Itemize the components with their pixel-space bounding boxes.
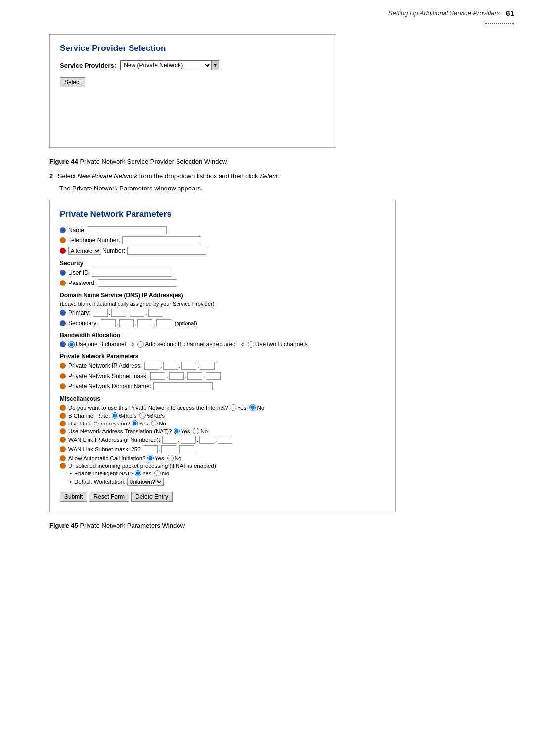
misc-title: Miscellaneous: [60, 395, 385, 402]
alternate-type-select[interactable]: Alternate None: [68, 247, 101, 255]
security-title: Security: [60, 260, 385, 267]
bchannel-label: B Channel Rate:: [68, 413, 110, 419]
bchannel-64-radio[interactable]: [112, 412, 118, 419]
bchannel-64-label: 64Kb/s: [112, 412, 137, 419]
wan-subnet-oct2[interactable]: [143, 445, 158, 453]
internet-access-yes-radio[interactable]: [230, 404, 236, 411]
pnsm-oct3[interactable]: [187, 372, 202, 380]
pnip-oct1[interactable]: [144, 362, 159, 370]
bandwidth-radio-2[interactable]: [137, 341, 144, 348]
wan-ip-oct2[interactable]: [181, 436, 196, 444]
dns-primary-oct4[interactable]: [148, 309, 163, 317]
default-workstation-select[interactable]: Unknown?: [127, 478, 164, 486]
pnip-row: Private Network IP Address: . . .: [60, 362, 385, 370]
pnsm-oct1[interactable]: [150, 372, 165, 380]
auto-call-yes-text: Yes: [155, 455, 164, 461]
bandwidth-radio-3[interactable]: [248, 341, 254, 348]
internet-access-label: Do you want to use this Private Network …: [68, 405, 228, 411]
dns-secondary-oct4[interactable]: [156, 319, 171, 327]
bchannel-64-text: 64Kb/s: [119, 413, 137, 419]
auto-call-no-radio[interactable]: [167, 455, 174, 461]
pnip-oct2[interactable]: [163, 362, 178, 370]
dns-primary-ip: . . .: [92, 309, 164, 317]
wan-subnet-oct4[interactable]: [179, 445, 194, 453]
page-number: 61: [506, 9, 514, 17]
nat-no-radio[interactable]: [193, 428, 199, 434]
form-buttons: Submit Reset Form Delete Entry: [60, 492, 385, 502]
userid-row: User ID:: [60, 269, 385, 277]
dns-subtitle: (Leave blank if automatically assigned b…: [60, 301, 385, 307]
pnp-panel-title: Private Network Parameters: [60, 209, 385, 219]
dns-secondary-oct3[interactable]: [137, 319, 152, 327]
select-button[interactable]: Select: [60, 77, 85, 87]
reset-button[interactable]: Reset Form: [89, 492, 129, 502]
wan-subnet-bullet: [60, 446, 66, 452]
auto-call-yes-radio[interactable]: [147, 455, 154, 461]
pndn-input[interactable]: [153, 382, 213, 390]
pnip-oct4[interactable]: [200, 362, 215, 370]
intelligent-nat-label: Enable intelligent NAT?: [74, 471, 133, 476]
submit-button[interactable]: Submit: [60, 492, 87, 502]
compression-no-label: No: [151, 420, 166, 426]
dns-primary-oct3[interactable]: [130, 309, 144, 317]
internet-access-no-radio[interactable]: [249, 404, 256, 411]
dns-primary-oct2[interactable]: [111, 309, 126, 317]
wan-ip-oct3[interactable]: [199, 436, 214, 444]
dns-secondary-oct2[interactable]: [119, 319, 134, 327]
wan-ip-oct4[interactable]: [218, 436, 232, 444]
wan-ip-oct1[interactable]: [162, 436, 177, 444]
intelligent-nat-no-radio[interactable]: [154, 470, 161, 476]
pnsm-oct4[interactable]: [206, 372, 221, 380]
step2-text: 2 Select New Private Network from the dr…: [49, 172, 494, 180]
bandwidth-opt1: Use one B channel: [68, 341, 126, 348]
compression-label: Use Data Compression?: [68, 421, 130, 426]
step2-italic2: Select: [260, 172, 277, 180]
bandwidth-row: Use one B channel ○ Add second B channel…: [60, 341, 385, 348]
page-header: Setting Up Additional Service Providers …: [0, 0, 534, 21]
name-label: Name:: [68, 227, 86, 234]
bandwidth-radio-1[interactable]: [68, 341, 75, 348]
unsolicited-label: Unsolicited incoming packet processing (…: [68, 463, 218, 469]
wan-subnet-oct3[interactable]: [161, 445, 176, 453]
pnsm-oct2[interactable]: [169, 372, 184, 380]
nat-yes-text: Yes: [181, 428, 190, 434]
bandwidth-opt3: Use two B channels: [248, 341, 308, 348]
password-input[interactable]: [98, 279, 177, 287]
name-row: Name:: [60, 226, 385, 234]
auto-call-bullet: [60, 455, 66, 461]
userid-input[interactable]: [92, 269, 171, 277]
dns-secondary-oct1[interactable]: [101, 319, 116, 327]
nat-row: Use Network Address Translation (NAT)? Y…: [60, 428, 385, 434]
figure45-text: Private Network Parameters Window: [80, 522, 184, 529]
nat-yes-radio[interactable]: [174, 428, 180, 434]
default-workstation-row: • Default Workstation: Unknown?: [70, 478, 385, 486]
dns-primary-bullet: [60, 310, 66, 316]
pnsm-bullet: [60, 373, 66, 379]
compression-no-radio[interactable]: [151, 420, 158, 426]
default-workstation-label: Default Workstation:: [74, 479, 125, 485]
intelligent-nat-yes-radio[interactable]: [135, 470, 141, 476]
providers-label: Service Providers:: [60, 62, 116, 69]
name-input[interactable]: [88, 226, 167, 234]
dns-primary-oct1[interactable]: [93, 309, 108, 317]
pnsm-ip: . . .: [150, 372, 221, 380]
alternate-number-input[interactable]: [127, 247, 206, 255]
providers-dropdown-arrow[interactable]: ▼: [211, 60, 219, 70]
dns-title: Domain Name Service (DNS) IP Address(es): [60, 292, 385, 299]
providers-row: Service Providers: New (Private Network)…: [60, 60, 326, 70]
auto-call-label: Allow Automatic Call Initiation?: [68, 455, 146, 461]
alternate-bullet: [60, 248, 66, 254]
pndn-bullet: [60, 383, 66, 389]
auto-call-no-label: No: [167, 455, 182, 461]
dns-secondary-bullet: [60, 320, 66, 326]
telephone-input[interactable]: [122, 236, 201, 244]
delete-button[interactable]: Delete Entry: [131, 492, 173, 502]
unsolicited-row: Unsolicited incoming packet processing (…: [60, 463, 385, 469]
bchannel-56-radio[interactable]: [139, 412, 146, 419]
providers-select[interactable]: New (Private Network): [120, 60, 212, 70]
nat-label: Use Network Address Translation (NAT)?: [68, 428, 172, 434]
pnip-oct3[interactable]: [181, 362, 196, 370]
pndn-label: Private Network Domain Name:: [68, 383, 151, 390]
wan-ip-row: WAN Link IP Address (if Numbered): . . .: [60, 436, 385, 444]
compression-yes-radio[interactable]: [132, 420, 138, 426]
